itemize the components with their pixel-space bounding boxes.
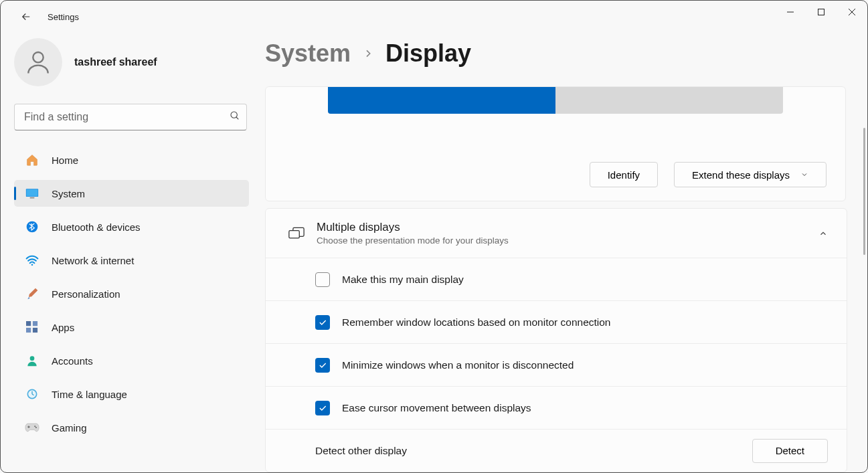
monitor-2[interactable] [555,87,783,114]
sidebar-item-label: Accounts [52,355,93,367]
breadcrumb: System Display [265,39,847,68]
time-icon [25,387,39,401]
sidebar-item-label: Gaming [52,422,87,434]
displays-icon [282,227,311,240]
chevron-up-icon [818,229,828,238]
search-input[interactable] [14,104,247,130]
window-title: Settings [48,12,79,22]
monitor-1[interactable] [328,87,555,114]
sidebar-item-system[interactable]: System [14,180,249,207]
sidebar-item-apps[interactable]: Apps [14,314,249,341]
svg-line-6 [236,117,238,119]
monitor-layout[interactable] [266,87,845,114]
brush-icon [25,286,39,301]
svg-rect-25 [289,230,299,238]
remember-locations-checkbox[interactable] [315,315,330,330]
maximize-button[interactable] [806,1,837,23]
ease-cursor-row[interactable]: Ease cursor movement between displays [266,386,847,429]
sidebar: tashreef shareef Home System Bluetooth &… [1,33,265,472]
sidebar-item-label: Time & language [52,389,127,400]
minimize-button[interactable] [775,1,806,23]
row-label: Make this my main display [342,274,828,286]
svg-rect-1 [818,9,824,15]
maximize-icon [817,8,825,16]
user-name: tashreef shareef [74,56,157,68]
svg-point-22 [35,427,37,428]
detect-button[interactable]: Detect [752,439,828,463]
chevron-right-icon [363,48,373,59]
back-button[interactable] [14,5,38,29]
sidebar-item-label: Personalization [52,288,120,300]
svg-point-21 [34,425,35,427]
scrollbar[interactable] [863,128,865,255]
minimize-icon [786,8,794,16]
identify-button[interactable]: Identify [590,162,658,187]
sidebar-item-network[interactable]: Network & internet [14,247,249,274]
card-title: Multiple displays [317,221,818,234]
svg-rect-15 [33,328,37,333]
row-label: Minimize windows when a monitor is disco… [342,359,828,371]
svg-point-5 [231,112,237,118]
remember-locations-row[interactable]: Remember window locations based on monit… [266,300,847,343]
row-label: Ease cursor movement between displays [342,402,828,414]
detect-display-row: Detect other display Detect [266,429,847,472]
sidebar-item-bluetooth[interactable]: Bluetooth & devices [14,213,249,240]
sidebar-item-accounts[interactable]: Accounts [14,347,249,374]
bluetooth-icon [25,219,39,234]
svg-point-16 [30,356,35,361]
svg-rect-8 [27,189,38,196]
user-icon [23,48,53,77]
wifi-icon [25,253,39,268]
svg-rect-9 [30,197,35,199]
sidebar-item-personalization[interactable]: Personalization [14,280,249,307]
svg-point-10 [27,221,38,233]
account-icon [25,353,39,368]
close-button[interactable] [837,1,867,23]
sidebar-item-time-language[interactable]: Time & language [14,381,249,407]
sidebar-item-gaming[interactable]: Gaming [14,414,249,441]
ease-cursor-checkbox[interactable] [315,401,330,415]
row-label: Detect other display [315,445,752,457]
gaming-icon [25,420,39,435]
minimize-windows-checkbox[interactable] [315,358,330,373]
extend-displays-dropdown[interactable]: Extend these displays [674,162,827,187]
breadcrumb-current: Display [385,39,471,68]
home-icon [25,153,39,167]
svg-rect-14 [26,328,31,333]
system-icon [25,186,39,201]
sidebar-item-label: Home [52,155,78,166]
multiple-displays-header[interactable]: Multiple displays Choose the presentatio… [266,209,847,258]
minimize-windows-row[interactable]: Minimize windows when a monitor is disco… [266,343,847,386]
chevron-down-icon [800,171,808,179]
display-arrangement-card: Identify Extend these displays [265,86,846,201]
main-display-row[interactable]: Make this my main display [266,258,847,300]
svg-point-11 [31,264,33,266]
check-icon [318,361,327,370]
avatar [14,38,62,86]
sidebar-item-label: Network & internet [52,255,134,266]
svg-point-4 [33,52,43,62]
breadcrumb-parent[interactable]: System [265,39,351,68]
svg-rect-13 [33,321,37,326]
check-icon [318,318,327,327]
search-icon [230,110,240,124]
close-icon [848,8,856,16]
main-display-checkbox[interactable] [315,272,330,287]
user-profile[interactable]: tashreef shareef [14,38,249,86]
sidebar-item-label: Apps [52,322,74,333]
sidebar-item-label: System [52,188,85,199]
check-icon [318,403,327,413]
row-label: Remember window locations based on monit… [342,316,828,328]
arrow-left-icon [20,11,32,23]
svg-rect-12 [26,321,31,326]
card-subtitle: Choose the presentation mode for your di… [317,235,818,246]
sidebar-item-label: Bluetooth & devices [52,221,141,233]
multiple-displays-card: Multiple displays Choose the presentatio… [265,208,847,472]
sidebar-item-home[interactable]: Home [14,147,249,173]
apps-icon [25,320,39,335]
